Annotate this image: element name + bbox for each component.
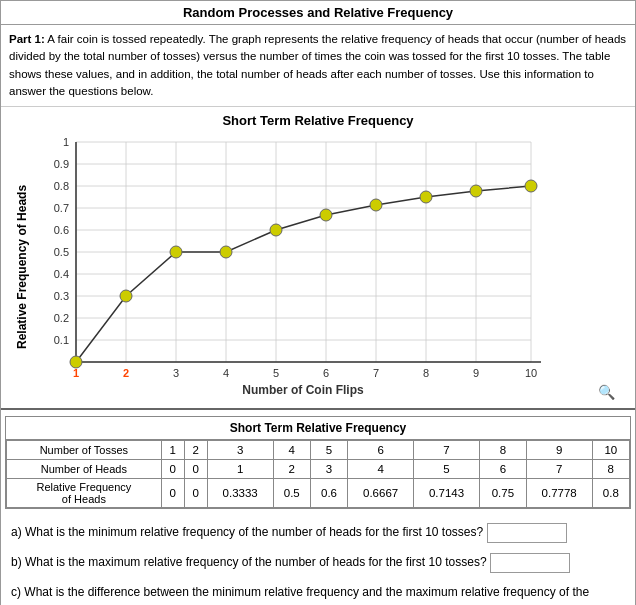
part1-label: Part 1:: [9, 33, 45, 45]
svg-point-44: [70, 356, 82, 368]
relfreq-5: 0.6: [310, 479, 347, 508]
chart-inner: 1 0.9 0.8 0.7 0.6 0.5 0.4 0.3 0.2 0.1 1 …: [31, 132, 615, 402]
data-table: Number of Tosses 1 2 3 4 5 6 7 8 9 10 Nu…: [6, 440, 630, 508]
y-axis-label: Relative Frequency of Heads: [11, 132, 31, 402]
relfreq-2: 0: [184, 479, 207, 508]
toss-8: 8: [479, 441, 526, 460]
heads-9: 7: [526, 460, 592, 479]
relfreq-3: 0.3333: [207, 479, 273, 508]
svg-text:1: 1: [73, 367, 79, 379]
svg-text:2: 2: [123, 367, 129, 379]
svg-point-52: [470, 185, 482, 197]
svg-text:0.1: 0.1: [54, 334, 69, 346]
table-row-tosses: Number of Tosses 1 2 3 4 5 6 7 8 9 10: [7, 441, 630, 460]
main-container: Random Processes and Relative Frequency …: [0, 0, 636, 605]
heads-7: 5: [414, 460, 480, 479]
heads-4: 2: [273, 460, 310, 479]
heads-2: 0: [184, 460, 207, 479]
questions-section: a) What is the minimum relative frequenc…: [1, 515, 635, 605]
question-b-text: b) What is the maximum relative frequenc…: [11, 555, 487, 569]
svg-text:5: 5: [273, 367, 279, 379]
svg-text:0.4: 0.4: [54, 268, 69, 280]
svg-text:0.2: 0.2: [54, 312, 69, 324]
svg-text:3: 3: [173, 367, 179, 379]
zoom-icon[interactable]: 🔍: [598, 384, 615, 400]
svg-text:4: 4: [223, 367, 229, 379]
svg-point-49: [320, 209, 332, 221]
question-a: a) What is the minimum relative frequenc…: [11, 523, 625, 543]
question-b: b) What is the maximum relative frequenc…: [11, 553, 625, 573]
heads-6: 4: [348, 460, 414, 479]
toss-9: 9: [526, 441, 592, 460]
table-row-heads: Number of Heads 0 0 1 2 3 4 5 6 7 8: [7, 460, 630, 479]
relfreq-7: 0.7143: [414, 479, 480, 508]
svg-point-46: [170, 246, 182, 258]
svg-text:7: 7: [373, 367, 379, 379]
relfreq-9: 0.7778: [526, 479, 592, 508]
toss-2: 2: [184, 441, 207, 460]
svg-text:8: 8: [423, 367, 429, 379]
svg-text:0.5: 0.5: [54, 246, 69, 258]
chart-title: Short Term Relative Frequency: [1, 113, 635, 128]
chart-section: Short Term Relative Frequency Relative F…: [1, 107, 635, 410]
table-section: Short Term Relative Frequency Number of …: [5, 416, 631, 509]
heads-1: 0: [161, 460, 184, 479]
svg-text:10: 10: [525, 367, 537, 379]
svg-text:1: 1: [63, 136, 69, 148]
chart-area: Relative Frequency of Heads: [1, 132, 635, 402]
svg-text:0.9: 0.9: [54, 158, 69, 170]
svg-point-45: [120, 290, 132, 302]
svg-text:0.7: 0.7: [54, 202, 69, 214]
svg-point-47: [220, 246, 232, 258]
svg-text:6: 6: [323, 367, 329, 379]
toss-5: 5: [310, 441, 347, 460]
svg-point-50: [370, 199, 382, 211]
part1-description: Part 1: A fair coin is tossed repeatedly…: [1, 25, 635, 107]
svg-text:0.3: 0.3: [54, 290, 69, 302]
svg-text:0.6: 0.6: [54, 224, 69, 236]
toss-7: 7: [414, 441, 480, 460]
row-label-tosses: Number of Tosses: [7, 441, 162, 460]
relfreq-1: 0: [161, 479, 184, 508]
heads-10: 8: [592, 460, 629, 479]
relfreq-6: 0.6667: [348, 479, 414, 508]
toss-10: 10: [592, 441, 629, 460]
toss-3: 3: [207, 441, 273, 460]
heads-8: 6: [479, 460, 526, 479]
question-a-text: a) What is the minimum relative frequenc…: [11, 525, 483, 539]
row-label-heads: Number of Heads: [7, 460, 162, 479]
toss-6: 6: [348, 441, 414, 460]
toss-1: 1: [161, 441, 184, 460]
relfreq-8: 0.75: [479, 479, 526, 508]
question-c-text-part1: c) What is the difference between the mi…: [11, 585, 589, 605]
table-title: Short Term Relative Frequency: [6, 417, 630, 440]
table-row-relfreq: Relative Frequencyof Heads 0 0 0.3333 0.…: [7, 479, 630, 508]
heads-3: 1: [207, 460, 273, 479]
chart-svg: 1 0.9 0.8 0.7 0.6 0.5 0.4 0.3 0.2 0.1 1 …: [31, 132, 551, 402]
svg-point-48: [270, 224, 282, 236]
question-c: c) What is the difference between the mi…: [11, 583, 625, 605]
svg-text:0.8: 0.8: [54, 180, 69, 192]
svg-text:Number of Coin Flips: Number of Coin Flips: [242, 383, 364, 397]
svg-text:9: 9: [473, 367, 479, 379]
svg-point-51: [420, 191, 432, 203]
svg-point-53: [525, 180, 537, 192]
question-b-input[interactable]: [490, 553, 570, 573]
part1-text: A fair coin is tossed repeatedly. The gr…: [9, 33, 626, 97]
relfreq-10: 0.8: [592, 479, 629, 508]
question-a-input[interactable]: [487, 523, 567, 543]
row-label-relfreq: Relative Frequencyof Heads: [7, 479, 162, 508]
relfreq-4: 0.5: [273, 479, 310, 508]
page-title: Random Processes and Relative Frequency: [1, 1, 635, 25]
heads-5: 3: [310, 460, 347, 479]
toss-4: 4: [273, 441, 310, 460]
